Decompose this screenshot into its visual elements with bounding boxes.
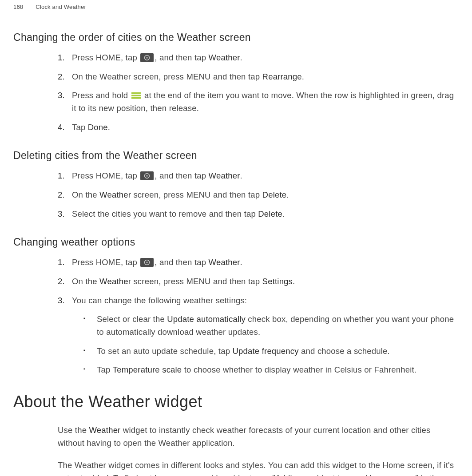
section-heading-changing-order: Changing the order of cities on the Weat… [13,32,459,44]
text: Use the [58,425,89,435]
page-header: 168 Clock and Weather [13,4,459,10]
bullet-item: Select or clear the Update automatically… [83,313,459,338]
step-item: Tap Done. [58,121,459,134]
text: , and then tap [155,258,208,267]
bold-text: Weather [89,425,121,435]
text: Press and hold [72,91,131,100]
body-paragraph: Use the Weather widget to instantly chec… [13,424,459,449]
text: Tap [97,365,113,374]
step-item: Press HOME, tap , and then tap Weather. [58,52,459,64]
text: Select the cities you want to remove and… [72,209,258,218]
svg-point-2 [146,57,148,59]
svg-point-11 [146,262,148,263]
bullet-list: Select or clear the Update automatically… [72,313,459,377]
step-item: You can change the following weather set… [58,294,459,377]
bold-text: Weather [209,171,240,180]
steps-deleting: Press HOME, tap , and then tap Weather. … [13,170,459,220]
text: Select or clear the [97,314,167,324]
text: On the [72,277,99,286]
text: On the Weather screen, press MENU and th… [72,72,262,81]
bold-text: Update automatically [167,314,246,324]
svg-point-8 [146,175,148,177]
bold-text: Update frequency [232,346,298,356]
step-item: On the Weather screen, press MENU and th… [58,275,459,288]
steps-options: Press HOME, tap , and then tap Weather. … [13,256,459,377]
step-item: Press and hold at the end of the item yo… [58,89,459,115]
steps-changing-order: Press HOME, tap , and then tap Weather. … [13,52,459,134]
text: You can change the following weather set… [72,296,247,305]
svg-rect-5 [131,97,141,99]
bold-text: Weather [209,258,240,267]
text: and choose a schedule. [299,346,390,356]
text: , and then tap [155,53,208,62]
text: screen, press MENU and then tap [131,277,262,286]
text: . [282,209,285,218]
text: To set an auto update schedule, tap [97,346,232,356]
chapter-name: Clock and Weather [36,4,86,10]
bold-text: Temperature scale [113,365,182,374]
page-number: 168 [13,4,23,10]
bold-text: Weather [99,277,131,286]
section-heading-deleting: Deleting cities from the Weather screen [13,150,459,162]
step-item: Press HOME, tap , and then tap Weather. [58,256,459,269]
text: . [240,53,242,62]
text: . [108,123,110,132]
bold-text: Rearrange [262,72,302,81]
apps-icon [140,258,154,267]
text: Tap [72,123,88,132]
step-item: Select the cities you want to remove and… [58,208,459,221]
text: . [240,258,242,267]
text: Press HOME, tap [72,258,139,267]
text: , and then tap [155,171,208,180]
bold-text: Delete [258,209,282,218]
bold-text: Settings [262,277,293,286]
text: . [240,171,242,180]
major-heading-widget: About the Weather widget [13,393,459,414]
bullet-item: To set an auto update schedule, tap Upda… [83,345,459,358]
bold-text: Weather [99,190,131,199]
step-item: On the Weather screen, press MENU and th… [58,189,459,202]
text: Press HOME, tap [72,171,139,180]
bold-text: Weather [209,53,240,62]
apps-icon [140,53,154,62]
apps-icon [140,171,154,180]
bullet-item: Tap Temperature scale to choose whether … [83,364,459,377]
drag-handle-icon [131,91,141,99]
text: . [293,277,295,286]
text: . [302,72,304,81]
body-paragraph: The Weather widget comes in different lo… [13,459,459,476]
step-item: Press HOME, tap , and then tap Weather. [58,170,459,182]
bold-text: Delete [262,190,287,199]
text: screen, press MENU and then tap [131,190,262,199]
text: to choose whether to display weather in … [182,365,416,374]
svg-rect-4 [131,95,141,97]
svg-rect-3 [131,92,141,94]
bold-text: Done [88,123,108,132]
text: . [286,190,289,199]
text: On the [72,190,99,199]
section-heading-options: Changing weather options [13,236,459,248]
text: Press HOME, tap [72,53,139,62]
step-item: On the Weather screen, press MENU and th… [58,71,459,83]
